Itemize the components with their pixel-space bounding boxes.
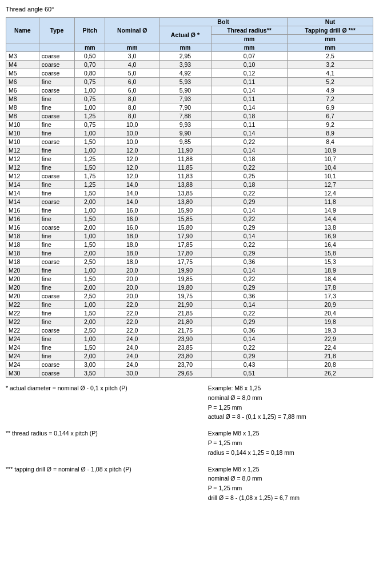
table-cell: 4,1 (288, 69, 373, 78)
table-cell: 0,14 (211, 103, 287, 112)
table-cell: 30,0 (105, 369, 159, 378)
table-cell: 18,0 (105, 249, 159, 258)
table-cell: 17,90 (159, 232, 211, 241)
table-row: M8coarse1,258,07,880,186,7 (6, 112, 373, 121)
table-cell: 0,36 (211, 326, 287, 335)
table-cell: 18,9 (288, 266, 373, 275)
table-cell: 0,75 (75, 95, 105, 103)
table-cell: 0,22 (211, 163, 287, 172)
table-cell: M18 (6, 249, 39, 258)
notes-section: * actual diameter = nominal Ø - 0,1 x pi… (6, 383, 373, 503)
table-cell: 8,0 (105, 103, 159, 112)
table-cell: M3 (6, 52, 39, 61)
table-cell: 4,0 (105, 61, 159, 69)
table-cell: 2,95 (159, 52, 211, 61)
table-row: M12fine1,5012,011,850,2210,4 (6, 163, 373, 172)
header-pitch: Pitch (75, 18, 105, 43)
table-row: M24fine1,5024,023,850,2222,4 (6, 343, 373, 352)
table-cell: 1,50 (75, 309, 105, 318)
table-cell: 0,11 (211, 78, 287, 86)
table-cell: 16,0 (105, 223, 159, 232)
header-bolt: Bolt (159, 18, 287, 26)
table-cell: fine (39, 318, 74, 326)
table-cell: M12 (6, 146, 39, 155)
table-cell: 0,50 (75, 52, 105, 61)
table-cell: M5 (6, 69, 39, 78)
table-row: M5coarse0,805,04,920,124,1 (6, 69, 373, 78)
table-cell: 12,0 (105, 163, 159, 172)
table-cell: 29,65 (159, 369, 211, 378)
table-cell: M24 (6, 352, 39, 361)
table-cell: 1,00 (75, 301, 105, 309)
table-cell: 4,92 (159, 69, 211, 78)
col-unit-radius: mm (211, 43, 287, 52)
table-cell: 2,00 (75, 352, 105, 361)
table-cell: 10,7 (288, 155, 373, 163)
table-cell: 24,0 (105, 361, 159, 369)
table-cell: 2,00 (75, 223, 105, 232)
table-cell: fine (39, 181, 74, 189)
table-cell: M14 (6, 198, 39, 206)
table-cell: 0,22 (211, 189, 287, 198)
table-cell: 22,9 (288, 335, 373, 343)
table-cell: M24 (6, 343, 39, 352)
table-row: M20coarse2,5020,019,750,3617,3 (6, 292, 373, 301)
table-cell: 16,0 (105, 215, 159, 223)
table-cell: 3,0 (105, 52, 159, 61)
table-cell: 24,0 (105, 335, 159, 343)
note2-example: Example M8 x 1,25P = 1,25 mmradius = 0,1… (208, 429, 373, 457)
table-cell: 20,0 (105, 292, 159, 301)
table-cell: M4 (6, 61, 39, 69)
table-cell: 26,2 (288, 369, 373, 378)
table-cell: 10,1 (288, 172, 373, 181)
table-cell: fine (39, 301, 74, 309)
table-cell: 19,75 (159, 292, 211, 301)
table-cell: 19,85 (159, 275, 211, 283)
table-cell: coarse (39, 69, 74, 78)
table-cell: 3,2 (288, 61, 373, 69)
table-cell: 0,22 (211, 241, 287, 249)
table-row: M22coarse2,5022,021,750,3619,3 (6, 326, 373, 335)
table-row: M24coarse3,0024,023,700,4320,8 (6, 361, 373, 369)
table-row: M14coarse2,0014,013,800,2911,8 (6, 198, 373, 206)
table-cell: coarse (39, 223, 74, 232)
table-cell: 17,75 (159, 258, 211, 266)
table-cell: 12,7 (288, 181, 373, 189)
table-row: M18fine2,0018,017,800,2915,8 (6, 249, 373, 258)
table-cell: 0,43 (211, 361, 287, 369)
table-cell: coarse (39, 369, 74, 378)
table-row: M14fine1,5014,013,850,2212,4 (6, 189, 373, 198)
table-cell: 0,29 (211, 283, 287, 292)
table-cell: 13,8 (288, 223, 373, 232)
table-cell: coarse (39, 258, 74, 266)
table-cell: 0,22 (211, 343, 287, 352)
table-cell: 0,14 (211, 301, 287, 309)
table-row: M22fine2,0022,021,800,2919,8 (6, 318, 373, 326)
table-cell: M16 (6, 215, 39, 223)
table-cell: 2,50 (75, 292, 105, 301)
table-cell: 0,22 (211, 215, 287, 223)
table-cell: 0,51 (211, 369, 287, 378)
table-row: M18fine1,0018,017,900,1416,9 (6, 232, 373, 241)
table-cell: 0,18 (211, 155, 287, 163)
table-row: M12fine1,0012,011,900,1410,9 (6, 146, 373, 155)
table-cell: 10,0 (105, 121, 159, 129)
table-cell: 22,0 (105, 326, 159, 335)
table-cell: M14 (6, 189, 39, 198)
table-row: M16fine1,0016,015,900,1414,9 (6, 206, 373, 215)
table-cell: 13,88 (159, 181, 211, 189)
col-unit-actual: mm (159, 43, 211, 52)
table-cell: 15,3 (288, 258, 373, 266)
table-cell: M14 (6, 181, 39, 189)
note3-example-label: Example (208, 466, 232, 473)
table-cell: 23,80 (159, 352, 211, 361)
table-cell: 18,0 (105, 241, 159, 249)
table-cell: 2,00 (75, 249, 105, 258)
note1-example-label: Example: (208, 385, 233, 391)
table-cell: 15,80 (159, 223, 211, 232)
table-cell: M10 (6, 129, 39, 138)
col-unit-nominal: mm (105, 43, 159, 52)
table-cell: 0,14 (211, 129, 287, 138)
table-row: M8fine0,758,07,930,117,2 (6, 95, 373, 103)
table-cell: 0,18 (211, 181, 287, 189)
